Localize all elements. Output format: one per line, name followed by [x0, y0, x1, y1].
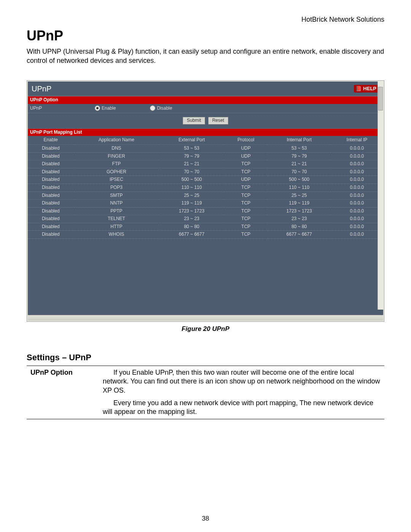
- table-row: DisabledPOP3110 ~ 110TCP110 ~ 1100.0.0.0: [28, 184, 383, 192]
- settings-p1: If you Enable UPnP, then this two wan ro…: [103, 368, 381, 395]
- table-cell: Disabled: [28, 215, 74, 223]
- table-row: DisabledSMTP25 ~ 25TCP25 ~ 250.0.0.0: [28, 192, 383, 200]
- table-cell: Disabled: [28, 152, 74, 160]
- table-cell: Disabled: [28, 184, 74, 192]
- table-cell: TCP: [224, 168, 268, 176]
- table-row: DisabledTELNET23 ~ 23TCP23 ~ 230.0.0.0: [28, 215, 383, 223]
- table-cell: GOPHER: [74, 168, 159, 176]
- radio-disable-label: Disable: [157, 105, 172, 112]
- table-cell: 0.0.0.0: [331, 176, 383, 184]
- table-cell: 25 ~ 25: [159, 192, 224, 200]
- table-row: DisabledDNS53 ~ 53UDP53 ~ 530.0.0.0: [28, 144, 383, 152]
- mapping-list-section: UPnP Port Mapping List: [28, 129, 383, 136]
- table-cell: 6677 ~ 6677: [268, 231, 330, 239]
- submit-button[interactable]: Submit: [183, 117, 205, 125]
- table-header-row: Enable Application Name External Port Pr…: [28, 136, 383, 144]
- statusbar: [28, 315, 383, 321]
- scrollbar-thumb[interactable]: [378, 87, 383, 110]
- reset-button[interactable]: Reset: [208, 117, 228, 125]
- table-cell: DNS: [74, 144, 159, 152]
- table-cell: Disabled: [28, 207, 74, 215]
- table-cell: Disabled: [28, 144, 74, 152]
- table-cell: 0.0.0.0: [331, 215, 383, 223]
- table-cell: 1723 ~ 1723: [268, 207, 330, 215]
- table-cell: 80 ~ 80: [268, 223, 330, 231]
- table-cell: UDP: [224, 144, 268, 152]
- table-cell: TCP: [224, 184, 268, 192]
- table-row: DisabledWHOIS6677 ~ 6677TCP6677 ~ 66770.…: [28, 231, 383, 239]
- table-cell: 0.0.0.0: [331, 200, 383, 208]
- settings-table: UPnP Option If you Enable UPnP, then thi…: [27, 366, 384, 419]
- table-cell: 500 ~ 500: [268, 176, 330, 184]
- col-appname: Application Name: [74, 136, 159, 144]
- table-cell: 0.0.0.0: [331, 168, 383, 176]
- table-cell: 110 ~ 110: [268, 184, 330, 192]
- table-cell: TCP: [224, 207, 268, 215]
- table-cell: 0.0.0.0: [331, 160, 383, 168]
- table-cell: TELNET: [74, 215, 159, 223]
- figure-caption: Figure 20 UPnP: [27, 325, 384, 333]
- page-title: UPnP: [27, 27, 384, 45]
- radio-enable[interactable]: Enable: [95, 105, 116, 112]
- table-cell: POP3: [74, 184, 159, 192]
- screenshot-wrap: UPnP 📕 HELP UPnP Option UPnP Enable Disa…: [27, 80, 384, 322]
- table-cell: 53 ~ 53: [268, 144, 330, 152]
- table-cell: 80 ~ 80: [159, 223, 224, 231]
- radio-enable-dot: [95, 105, 100, 111]
- table-cell: TCP: [224, 231, 268, 239]
- table-cell: 110 ~ 110: [159, 184, 224, 192]
- col-intip: Internal IP: [331, 136, 383, 144]
- help-button[interactable]: 📕 HELP: [354, 85, 379, 93]
- col-enable: Enable: [28, 136, 74, 144]
- col-extport: External Port: [159, 136, 224, 144]
- table-cell: Disabled: [28, 192, 74, 200]
- page-number: 38: [27, 514, 384, 523]
- table-cell: 0.0.0.0: [331, 144, 383, 152]
- table-cell: 0.0.0.0: [331, 192, 383, 200]
- table-cell: Disabled: [28, 168, 74, 176]
- table-row: DisabledHTTP80 ~ 80TCP80 ~ 800.0.0.0: [28, 223, 383, 231]
- panel-title-text: UPnP: [32, 84, 51, 94]
- table-cell: TCP: [224, 223, 268, 231]
- radio-disable[interactable]: Disable: [150, 105, 172, 112]
- col-intport: Internal Port: [268, 136, 330, 144]
- settings-row-label: UPnP Option: [27, 366, 99, 419]
- table-cell: 21 ~ 21: [159, 160, 224, 168]
- table-cell: FINGER: [74, 152, 159, 160]
- intro-paragraph: With UPNP (Universal Plug & Play) functi…: [27, 47, 384, 65]
- table-cell: HTTP: [74, 223, 159, 231]
- table-row: DisabledIPSEC500 ~ 500UDP500 ~ 5000.0.0.…: [28, 176, 383, 184]
- upnp-option-label: UPnP: [30, 105, 72, 112]
- upnp-screenshot: UPnP 📕 HELP UPnP Option UPnP Enable Disa…: [28, 81, 383, 315]
- table-cell: NNTP: [74, 200, 159, 208]
- table-cell: 119 ~ 119: [268, 200, 330, 208]
- settings-heading: Settings – UPnP: [27, 352, 384, 363]
- table-row: DisabledPPTP1723 ~ 1723TCP1723 ~ 17230.0…: [28, 207, 383, 215]
- table-cell: 6677 ~ 6677: [159, 231, 224, 239]
- table-cell: Disabled: [28, 160, 74, 168]
- table-cell: Disabled: [28, 231, 74, 239]
- button-row: Submit Reset: [28, 113, 383, 129]
- table-cell: FTP: [74, 160, 159, 168]
- table-cell: 53 ~ 53: [159, 144, 224, 152]
- table-cell: 500 ~ 500: [159, 176, 224, 184]
- table-cell: 79 ~ 79: [268, 152, 330, 160]
- table-cell: 23 ~ 23: [159, 215, 224, 223]
- table-cell: TCP: [224, 215, 268, 223]
- table-cell: 23 ~ 23: [268, 215, 330, 223]
- settings-row-desc: If you Enable UPnP, then this two wan ro…: [99, 366, 384, 419]
- table-cell: 1723 ~ 1723: [159, 207, 224, 215]
- scrollbar[interactable]: [378, 81, 383, 310]
- upnp-option-row: UPnP Enable Disable: [28, 104, 383, 113]
- table-cell: 0.0.0.0: [331, 152, 383, 160]
- radio-disable-dot: [150, 105, 155, 111]
- table-cell: 0.0.0.0: [331, 184, 383, 192]
- table-cell: 70 ~ 70: [159, 168, 224, 176]
- table-cell: UDP: [224, 176, 268, 184]
- table-row: DisabledFTP21 ~ 21TCP21 ~ 210.0.0.0: [28, 160, 383, 168]
- table-cell: WHOIS: [74, 231, 159, 239]
- table-cell: 119 ~ 119: [159, 200, 224, 208]
- table-row: DisabledFINGER79 ~ 79UDP79 ~ 790.0.0.0: [28, 152, 383, 160]
- radio-enable-label: Enable: [102, 105, 116, 112]
- settings-p2: Every time you add a new network device …: [103, 399, 381, 417]
